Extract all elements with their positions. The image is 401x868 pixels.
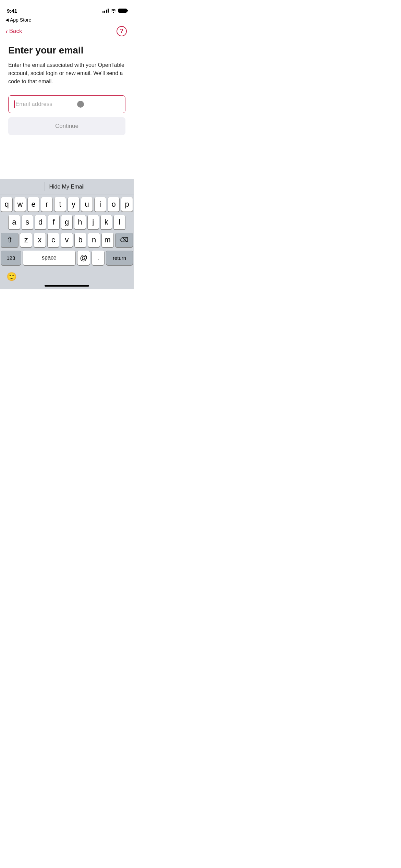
key-j[interactable]: j (88, 215, 99, 229)
key-n[interactable]: n (88, 233, 100, 247)
key-q[interactable]: q (1, 197, 12, 212)
battery-icon (118, 9, 127, 13)
status-time: 9:41 (7, 8, 17, 14)
return-key[interactable]: return (106, 251, 133, 265)
key-row-4: 123 space @ . return (1, 251, 133, 265)
key-p[interactable]: p (121, 197, 133, 212)
keyboard-rows: q w e r t y u i o p a s d f g h j k l (0, 194, 134, 270)
text-cursor (14, 100, 15, 108)
status-icons (102, 9, 127, 13)
app-store-back[interactable]: ◀ App Store (0, 16, 134, 23)
key-e[interactable]: e (28, 197, 39, 212)
nav-bar: ‹ Back ? (0, 23, 134, 39)
key-row-3: ⇧ z x c v b n m ⌫ (1, 233, 133, 247)
keyboard-area: Hide My Email q w e r t y u i o p a s d … (0, 179, 134, 289)
key-a[interactable]: a (9, 215, 20, 229)
wifi-icon (111, 9, 116, 13)
key-x[interactable]: x (34, 233, 46, 247)
key-w[interactable]: w (14, 197, 26, 212)
key-r[interactable]: r (41, 197, 52, 212)
key-t[interactable]: t (54, 197, 66, 212)
emoji-button[interactable]: 🙂 (5, 270, 18, 283)
help-button[interactable]: ? (117, 26, 127, 36)
keyboard-bottom-bar: 🙂 (0, 270, 134, 285)
numbers-key[interactable]: 123 (1, 251, 21, 265)
help-icon: ? (120, 28, 123, 34)
home-indicator (45, 285, 89, 287)
key-l[interactable]: l (114, 215, 125, 229)
back-button[interactable]: ‹ Back (5, 28, 22, 35)
key-k[interactable]: k (101, 215, 112, 229)
key-h[interactable]: h (74, 215, 85, 229)
continue-label: Continue (55, 123, 78, 130)
email-placeholder: Email address (15, 101, 52, 108)
key-v[interactable]: v (61, 233, 73, 247)
key-row-1: q w e r t y u i o p (1, 197, 133, 212)
backspace-icon: ⌫ (120, 236, 128, 244)
key-d[interactable]: d (35, 215, 46, 229)
signal-icon (102, 9, 109, 13)
at-key[interactable]: @ (77, 251, 90, 265)
continue-button[interactable]: Continue (8, 117, 125, 135)
backspace-key[interactable]: ⌫ (116, 233, 133, 247)
app-store-chevron-icon: ◀ (5, 17, 9, 22)
key-m[interactable]: m (102, 233, 113, 247)
key-b[interactable]: b (75, 233, 86, 247)
app-store-label: App Store (10, 17, 31, 23)
shift-icon: ⇧ (7, 236, 13, 244)
period-key[interactable]: . (92, 251, 104, 265)
key-s[interactable]: s (22, 215, 33, 229)
page-description: Enter the email associated with your Ope… (8, 61, 125, 86)
shift-key[interactable]: ⇧ (1, 233, 18, 247)
key-u[interactable]: u (81, 197, 93, 212)
email-input-wrapper[interactable]: Email address (8, 95, 125, 113)
space-key[interactable]: space (23, 251, 76, 265)
main-content: Enter your email Enter the email associa… (0, 39, 134, 135)
key-c[interactable]: c (48, 233, 59, 247)
key-row-2: a s d f g h j k l (1, 215, 133, 229)
drag-handle[interactable] (77, 101, 84, 108)
key-o[interactable]: o (108, 197, 119, 212)
key-f[interactable]: f (48, 215, 59, 229)
status-bar: 9:41 (0, 0, 134, 16)
hide-my-email-suggestion[interactable]: Hide My Email (49, 184, 84, 190)
back-chevron-icon: ‹ (5, 28, 8, 35)
key-i[interactable]: i (95, 197, 106, 212)
key-g[interactable]: g (61, 215, 72, 229)
keyboard-suggestion-bar[interactable]: Hide My Email (0, 179, 134, 194)
page-title: Enter your email (8, 45, 125, 56)
key-z[interactable]: z (20, 233, 32, 247)
back-label: Back (9, 28, 22, 35)
emoji-icon: 🙂 (7, 272, 17, 281)
key-y[interactable]: y (68, 197, 79, 212)
